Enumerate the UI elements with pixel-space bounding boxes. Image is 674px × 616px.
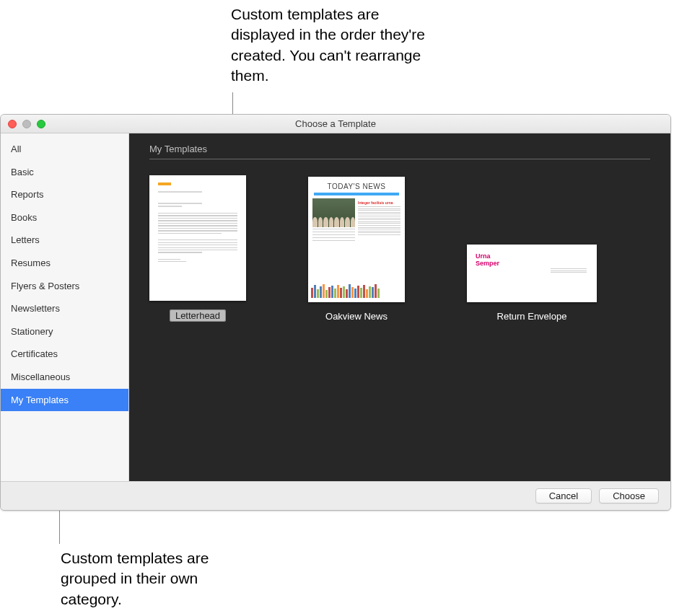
template-chooser-window: Choose a Template All Basic Reports Book… (0, 114, 671, 511)
sidebar-item-all[interactable]: All (1, 138, 128, 161)
sidebar-item-books[interactable]: Books (1, 206, 128, 229)
callout-bottom: Custom templates are grouped in their ow… (61, 548, 248, 610)
news-subhead: Integer facilisis urna (358, 201, 401, 205)
sidebar-item-letters[interactable]: Letters (1, 229, 128, 252)
template-return-envelope[interactable]: Urna Semper Return Envelope (467, 245, 597, 322)
sidebar-item-my-templates[interactable]: My Templates (1, 389, 128, 412)
template-thumbnail (149, 175, 246, 301)
sidebar-item-miscellaneous[interactable]: Miscellaneous (1, 366, 128, 389)
template-thumbnail: Urna Semper (467, 245, 597, 302)
template-letterhead[interactable]: Letterhead (149, 175, 246, 322)
choose-button[interactable]: Choose (599, 488, 659, 503)
news-title: TODAY'S NEWS (312, 182, 401, 190)
sidebar-item-flyers-posters[interactable]: Flyers & Posters (1, 275, 128, 298)
sidebar-item-reports[interactable]: Reports (1, 183, 128, 206)
cancel-button[interactable]: Cancel (535, 488, 592, 503)
sidebar-item-stationery[interactable]: Stationery (1, 320, 128, 343)
sidebar-item-certificates[interactable]: Certificates (1, 343, 128, 366)
template-oakview-news[interactable]: TODAY'S NEWS Integer facilisis urna (308, 177, 405, 322)
env-name-2: Semper (476, 260, 588, 268)
sidebar-item-newsletters[interactable]: Newsletters (1, 297, 128, 320)
sidebar-item-basic[interactable]: Basic (1, 161, 128, 184)
template-label-editing[interactable]: Letterhead (170, 309, 226, 322)
template-grid: Letterhead TODAY'S NEWS Inte (149, 175, 650, 322)
template-label: Oakview News (325, 311, 388, 322)
sidebar-item-resumes[interactable]: Resumes (1, 252, 128, 275)
footer: Cancel Choose (1, 481, 670, 510)
template-label: Return Envelope (497, 311, 567, 322)
window-title: Choose a Template (1, 118, 670, 129)
template-thumbnail: TODAY'S NEWS Integer facilisis urna (308, 177, 405, 302)
sidebar: All Basic Reports Books Letters Resumes … (1, 133, 129, 481)
callout-top: Custom templates are displayed in the or… (231, 4, 433, 86)
titlebar: Choose a Template (1, 115, 670, 133)
template-grid-area: My Templates (129, 133, 670, 481)
section-header: My Templates (149, 144, 650, 159)
